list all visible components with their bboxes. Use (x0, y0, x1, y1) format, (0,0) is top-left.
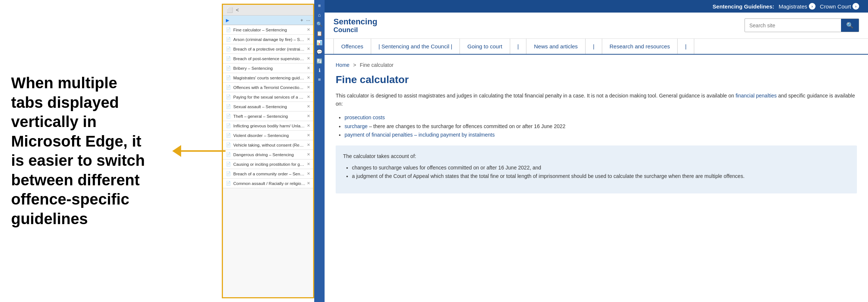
tab-page-icon: 📄 (226, 37, 231, 42)
tab-label: Breach of a protective order (restrainin… (233, 47, 305, 51)
tab-item[interactable]: 📄 Common assault / Racially or religious… (223, 179, 313, 188)
chat-icon[interactable]: 💬 (316, 49, 322, 55)
nav-research-resources[interactable]: Research and resources (602, 39, 678, 54)
search-icon[interactable]: 🔍 (316, 21, 322, 27)
search-button[interactable]: 🔍 (841, 19, 859, 32)
financial-penalties-link[interactable]: financial penalties (736, 93, 777, 99)
banner-label: Sentencing Guidelines: (713, 3, 774, 10)
tab-item[interactable]: 📄 Magistrates' courts sentencing guideli… (223, 73, 313, 83)
top-banner: Sentencing Guidelines: Magistrates › Cro… (325, 0, 868, 13)
tab-close-button[interactable]: ✕ (307, 104, 310, 109)
tab-close-button[interactable]: ✕ (307, 114, 310, 119)
tab-close-button[interactable]: ✕ (307, 66, 310, 71)
tabs-list: 📄 Fine calculator – Sentencing ✕ 📄 Arson… (223, 25, 313, 297)
info-box-label: The calculator takes account of: (343, 153, 416, 159)
tab-label: Violent disorder – Sentencing (233, 133, 305, 138)
tab-page-icon: 📄 (226, 152, 231, 157)
tab-label: Dangerous driving – Sentencing (233, 152, 305, 157)
tab-label: Breach of post-sentence supervision – S.… (233, 56, 305, 61)
tab-close-button[interactable]: ✕ (307, 85, 310, 90)
nav-sentencing-council[interactable]: | Sentencing and the Council | (371, 39, 460, 54)
tab-close-button[interactable]: ✕ (307, 152, 310, 157)
tab-close-button[interactable]: ✕ (307, 171, 310, 176)
main-content: Sentencing Guidelines: Magistrates › Cro… (325, 0, 868, 302)
prosecution-costs-link[interactable]: prosecution costs (345, 114, 385, 120)
tab-label: Causing or inciting prostitution for gai… (233, 162, 305, 167)
magistrates-link[interactable]: Magistrates › (779, 3, 816, 10)
tab-close-button[interactable]: ✕ (307, 133, 310, 138)
play-icon[interactable]: ▶ (226, 18, 229, 23)
breadcrumb-home[interactable]: Home (336, 62, 349, 68)
tab-item[interactable]: 📄 Arson (criminal damage by fire) – Sent… (223, 35, 313, 44)
info-bullet-1: changes to surcharge values for offences… (352, 164, 850, 172)
tab-item[interactable]: 📄 Paying for the sexual services of a ch… (223, 92, 313, 102)
search-input[interactable] (745, 20, 841, 31)
chart-icon[interactable]: 📊 (316, 40, 322, 45)
bullet-payment: payment of financial penalties – includi… (345, 131, 857, 140)
info-icon[interactable]: ℹ (319, 68, 321, 73)
surcharge-link[interactable]: surcharge (345, 123, 367, 129)
nav-news-articles[interactable]: News and articles (526, 39, 585, 54)
payment-link[interactable]: payment of financial penalties – includi… (345, 132, 495, 138)
tab-label: Offences with a Terrorist Connection –..… (233, 85, 305, 90)
intro-paragraph: This calculator is designed to assist ma… (336, 92, 857, 108)
logo-line1: Sentencing (333, 17, 377, 26)
more-options-button[interactable]: ··· (306, 17, 310, 23)
add-tab-button[interactable]: + (301, 17, 304, 23)
tab-item[interactable]: 📄 Vehicle taking, without consent (Revis… (223, 140, 313, 150)
refresh-icon[interactable]: 🔄 (316, 58, 322, 64)
tab-item[interactable]: 📄 Offences with a Terrorist Connection –… (223, 83, 313, 92)
info-box-bullets: changes to surcharge values for offences… (352, 164, 850, 181)
tab-item[interactable]: 📄 Theft – general – Sentencing ✕ (223, 111, 313, 121)
list-icon[interactable]: ≡ (318, 77, 321, 82)
tab-item[interactable]: 📄 Breach of post-sentence supervision – … (223, 54, 313, 64)
tab-item[interactable]: 📄 Inflicting grievous bodily harm/ Unlaw… (223, 121, 313, 131)
menu-icon[interactable]: ≡ (318, 3, 321, 8)
bullet-prosecution-costs: prosecution costs (345, 113, 857, 122)
intro-bullets: prosecution costs surcharge – there are … (345, 113, 857, 140)
tab-item[interactable]: 📄 Violent disorder – Sentencing ✕ (223, 131, 313, 140)
nav-going-to-court[interactable]: Going to court (460, 39, 510, 54)
logo-line2: Council (333, 26, 377, 34)
tab-item[interactable]: 📄 Sexual assault – Sentencing ✕ (223, 102, 313, 111)
tab-close-button[interactable]: ✕ (307, 95, 310, 99)
site-header: Sentencing Council 🔍 (325, 13, 868, 39)
tab-item[interactable]: 📄 Dangerous driving – Sentencing ✕ (223, 150, 313, 159)
tab-item[interactable]: 📄 Causing or inciting prostitution for g… (223, 159, 313, 169)
content-area: Home > Fine calculator Fine calculator T… (325, 55, 868, 302)
tab-page-icon: 📄 (226, 104, 231, 109)
tab-item[interactable]: 📄 Bribery – Sentencing ✕ (223, 64, 313, 73)
tab-page-icon: 📄 (226, 47, 231, 51)
tab-close-button[interactable]: ✕ (307, 47, 310, 51)
tab-label: Bribery – Sentencing (233, 66, 305, 71)
magistrates-chevron: › (809, 3, 816, 10)
crown-court-link[interactable]: Crown Court › (820, 3, 859, 10)
tab-close-button[interactable]: ✕ (307, 27, 310, 32)
tab-item[interactable]: 📄 Breach of a community order – Sentenc.… (223, 169, 313, 179)
site-logo[interactable]: Sentencing Council (333, 17, 377, 34)
copy-icon[interactable]: 📋 (316, 31, 322, 36)
tab-item[interactable]: 📄 Fine calculator – Sentencing ✕ (223, 25, 313, 35)
tab-label: Common assault / Racially or religiousl.… (233, 181, 305, 186)
crown-court-text: Crown Court (820, 3, 851, 10)
search-area: 🔍 (745, 18, 859, 32)
tab-close-button[interactable]: ✕ (307, 181, 310, 186)
home-icon[interactable]: ⌂ (318, 12, 321, 18)
page-icon: ⬜ (227, 7, 233, 13)
collapse-icon[interactable]: < (236, 7, 239, 13)
breadcrumb-separator: > (353, 62, 356, 68)
arrow-line (181, 150, 226, 152)
site-nav: Offences | Sentencing and the Council | … (325, 39, 868, 55)
tab-page-icon: 📄 (226, 114, 231, 119)
tab-close-button[interactable]: ✕ (307, 123, 310, 128)
page-title: Fine calculator (336, 74, 857, 86)
tab-close-button[interactable]: ✕ (307, 143, 310, 147)
tab-item[interactable]: 📄 Breach of a protective order (restrain… (223, 44, 313, 54)
magistrates-text: Magistrates (779, 3, 807, 10)
tab-close-button[interactable]: ✕ (307, 37, 310, 42)
tab-close-button[interactable]: ✕ (307, 56, 310, 61)
nav-offences[interactable]: Offences (333, 39, 371, 54)
tab-close-button[interactable]: ✕ (307, 75, 310, 80)
tab-label: Arson (criminal damage by fire) – Sente.… (233, 37, 305, 42)
tab-close-button[interactable]: ✕ (307, 162, 310, 167)
